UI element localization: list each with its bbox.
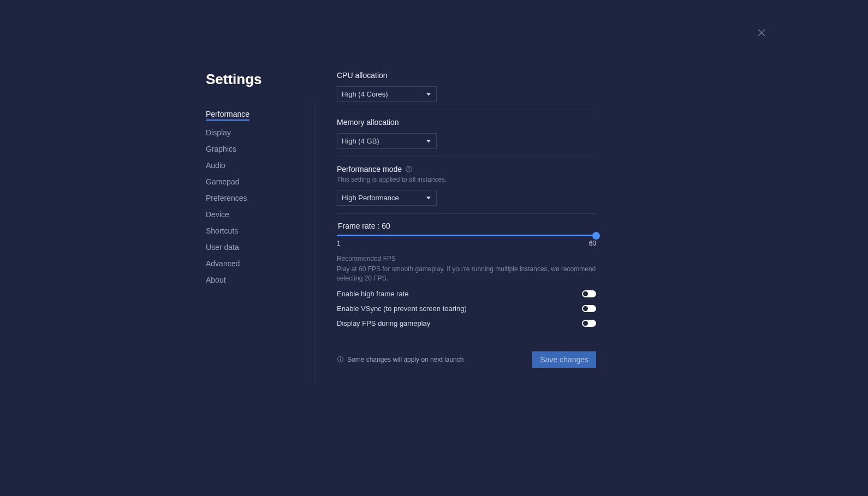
nav-item-advanced[interactable]: Advanced — [206, 259, 240, 268]
nav-item-gamepad[interactable]: Gamepad — [206, 177, 239, 186]
nav-item-display[interactable]: Display — [206, 128, 231, 137]
frame-rate-slider[interactable] — [337, 235, 596, 236]
performance-mode-label: Performance mode — [337, 165, 402, 174]
nav-item-performance[interactable]: Performance — [206, 110, 249, 121]
page-title: Settings — [206, 71, 293, 88]
cpu-allocation-select[interactable]: High (4 Cores) — [337, 86, 437, 102]
display-fps-toggle[interactable] — [582, 320, 596, 327]
nav-item-about[interactable]: About — [206, 276, 226, 284]
frame-rate-min: 1 — [337, 240, 341, 247]
nav-item-audio[interactable]: Audio — [206, 161, 225, 170]
enable-high-frame-rate-toggle[interactable] — [582, 290, 596, 297]
nav-item-shortcuts[interactable]: Shortcuts — [206, 226, 238, 235]
cpu-allocation-label: CPU allocation — [337, 71, 596, 80]
nav-item-device[interactable]: Device — [206, 210, 229, 219]
help-icon[interactable] — [405, 165, 413, 173]
enable-vsync-label: Enable VSync (to prevent screen tearing) — [337, 304, 467, 313]
svg-point-3 — [409, 170, 409, 171]
nav-item-preferences[interactable]: Preferences — [206, 194, 247, 202]
frame-rate-max: 60 — [589, 240, 596, 247]
footer-note: Some changes will apply on next launch — [347, 356, 463, 363]
display-fps-label: Display FPS during gameplay — [337, 319, 430, 327]
performance-mode-select[interactable]: High Performance — [337, 190, 437, 206]
nav-item-graphics[interactable]: Graphics — [206, 145, 236, 153]
chevron-down-icon — [426, 93, 431, 95]
svg-point-6 — [340, 358, 341, 358]
cpu-allocation-value: High (4 Cores) — [342, 90, 388, 98]
slider-thumb[interactable] — [592, 232, 600, 240]
vertical-divider — [314, 100, 314, 384]
enable-high-frame-rate-label: Enable high frame rate — [337, 290, 409, 298]
close-icon — [756, 27, 767, 38]
memory-allocation-label: Memory allocation — [337, 118, 596, 127]
toggle-knob — [583, 306, 588, 311]
enable-vsync-toggle[interactable] — [582, 305, 596, 312]
chevron-down-icon — [426, 196, 431, 199]
close-button[interactable] — [756, 27, 767, 38]
frame-rate-label: Frame rate : 60 — [338, 222, 596, 230]
save-changes-button[interactable]: Save changes — [532, 351, 596, 368]
recommended-fps-title: Recommended FPS — [337, 255, 596, 262]
toggle-knob — [583, 321, 588, 326]
chevron-down-icon — [426, 140, 431, 142]
nav-item-user-data[interactable]: User data — [206, 243, 239, 252]
info-icon — [337, 356, 344, 363]
memory-allocation-select[interactable]: High (4 GB) — [337, 133, 437, 149]
recommended-fps-text: Play at 60 FPS for smooth gameplay. If y… — [337, 265, 596, 283]
performance-mode-hint: This setting is applied to all instances… — [337, 176, 596, 183]
toggle-knob — [583, 291, 588, 296]
performance-mode-value: High Performance — [342, 194, 399, 202]
memory-allocation-value: High (4 GB) — [342, 137, 379, 145]
